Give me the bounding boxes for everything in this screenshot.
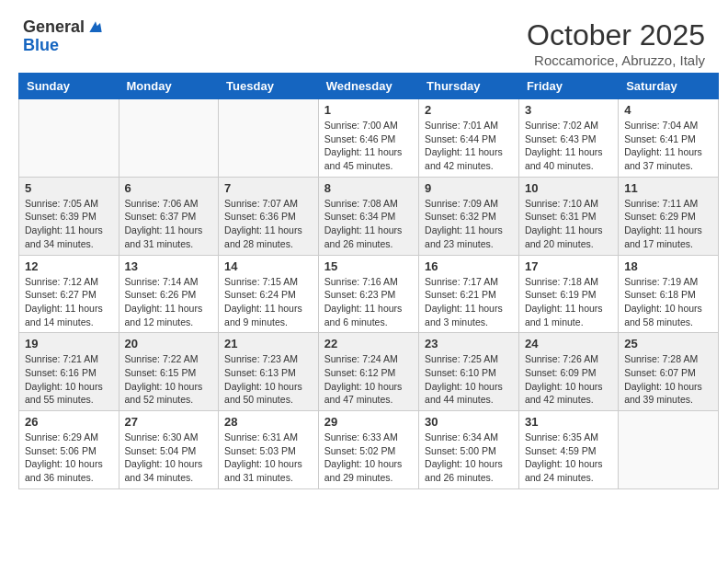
day-info: Sunrise: 6:35 AMSunset: 4:59 PMDaylight:…: [525, 431, 612, 485]
day-number: 27: [125, 415, 213, 429]
calendar-cell: 27Sunrise: 6:30 AMSunset: 5:04 PMDayligh…: [119, 411, 219, 489]
day-number: 16: [425, 259, 513, 273]
calendar-cell: 23Sunrise: 7:25 AMSunset: 6:10 PMDayligh…: [419, 333, 519, 411]
day-info: Sunrise: 7:18 AMSunset: 6:19 PMDaylight:…: [525, 275, 612, 329]
calendar-cell: 20Sunrise: 7:22 AMSunset: 6:15 PMDayligh…: [119, 333, 219, 411]
day-number: 4: [624, 103, 712, 117]
day-info: Sunrise: 7:05 AMSunset: 6:39 PMDaylight:…: [25, 197, 113, 251]
day-info: Sunrise: 6:29 AMSunset: 5:06 PMDaylight:…: [25, 431, 113, 485]
weekday-header: Wednesday: [318, 74, 418, 99]
day-number: 18: [624, 259, 712, 273]
day-info: Sunrise: 7:21 AMSunset: 6:16 PMDaylight:…: [25, 352, 113, 407]
weekday-header: Tuesday: [219, 74, 319, 99]
day-number: 9: [425, 181, 513, 195]
logo-blue: Blue: [23, 36, 59, 54]
day-number: 26: [25, 415, 113, 429]
calendar-cell: 25Sunrise: 7:28 AMSunset: 6:07 PMDayligh…: [619, 333, 719, 411]
day-number: 13: [125, 259, 213, 273]
day-number: 29: [324, 415, 413, 429]
calendar-cell: 7Sunrise: 7:07 AMSunset: 6:36 PMDaylight…: [219, 177, 319, 255]
day-number: 22: [324, 337, 413, 350]
day-info: Sunrise: 6:33 AMSunset: 5:02 PMDaylight:…: [324, 431, 413, 485]
weekday-header: Friday: [518, 74, 618, 99]
day-info: Sunrise: 7:02 AMSunset: 6:43 PMDaylight:…: [525, 119, 612, 173]
day-info: Sunrise: 7:11 AMSunset: 6:29 PMDaylight:…: [624, 197, 712, 251]
logo: General Blue: [23, 18, 105, 55]
day-info: Sunrise: 7:09 AMSunset: 6:32 PMDaylight:…: [425, 197, 513, 251]
calendar-cell: 15Sunrise: 7:16 AMSunset: 6:23 PMDayligh…: [318, 255, 418, 333]
calendar-cell: 14Sunrise: 7:15 AMSunset: 6:24 PMDayligh…: [219, 255, 319, 333]
day-info: Sunrise: 7:19 AMSunset: 6:18 PMDaylight:…: [624, 275, 712, 329]
day-info: Sunrise: 7:06 AMSunset: 6:37 PMDaylight:…: [125, 197, 213, 251]
weekday-header: Saturday: [619, 74, 719, 99]
calendar-cell: 4Sunrise: 7:04 AMSunset: 6:41 PMDaylight…: [619, 99, 719, 178]
calendar-cell: 16Sunrise: 7:17 AMSunset: 6:21 PMDayligh…: [419, 255, 519, 333]
calendar-cell: 19Sunrise: 7:21 AMSunset: 6:16 PMDayligh…: [19, 333, 119, 411]
day-number: 5: [25, 181, 113, 195]
day-info: Sunrise: 6:30 AMSunset: 5:04 PMDaylight:…: [125, 431, 213, 485]
calendar-cell: 29Sunrise: 6:33 AMSunset: 5:02 PMDayligh…: [318, 411, 418, 489]
calendar-cell: 21Sunrise: 7:23 AMSunset: 6:13 PMDayligh…: [219, 333, 319, 411]
calendar-cell: 18Sunrise: 7:19 AMSunset: 6:18 PMDayligh…: [619, 255, 719, 333]
title-block: October 2025 Roccamorice, Abruzzo, Italy: [527, 18, 705, 68]
calendar-cell: 11Sunrise: 7:11 AMSunset: 6:29 PMDayligh…: [619, 177, 719, 255]
day-number: 8: [324, 181, 413, 195]
calendar-cell: 10Sunrise: 7:10 AMSunset: 6:31 PMDayligh…: [518, 177, 618, 255]
day-info: Sunrise: 7:07 AMSunset: 6:36 PMDaylight:…: [224, 197, 313, 251]
day-info: Sunrise: 7:17 AMSunset: 6:21 PMDaylight:…: [425, 275, 513, 329]
calendar-cell: 9Sunrise: 7:09 AMSunset: 6:32 PMDaylight…: [419, 177, 519, 255]
logo-icon: [86, 18, 105, 37]
day-info: Sunrise: 7:01 AMSunset: 6:44 PMDaylight:…: [425, 119, 513, 173]
calendar-cell: 31Sunrise: 6:35 AMSunset: 4:59 PMDayligh…: [518, 411, 618, 489]
day-number: 23: [425, 337, 513, 350]
calendar-cell: [119, 99, 219, 178]
calendar-cell: [619, 411, 719, 489]
day-number: 14: [224, 259, 313, 273]
day-info: Sunrise: 7:14 AMSunset: 6:26 PMDaylight:…: [125, 275, 213, 329]
day-info: Sunrise: 7:08 AMSunset: 6:34 PMDaylight:…: [324, 197, 413, 251]
day-info: Sunrise: 7:22 AMSunset: 6:15 PMDaylight:…: [125, 352, 213, 407]
calendar-cell: 3Sunrise: 7:02 AMSunset: 6:43 PMDaylight…: [518, 99, 618, 178]
day-info: Sunrise: 7:23 AMSunset: 6:13 PMDaylight:…: [224, 352, 313, 407]
weekday-header: Sunday: [19, 74, 119, 99]
day-number: 17: [525, 259, 612, 273]
calendar-cell: 30Sunrise: 6:34 AMSunset: 5:00 PMDayligh…: [419, 411, 519, 489]
day-number: 25: [624, 337, 712, 350]
calendar-cell: 12Sunrise: 7:12 AMSunset: 6:27 PMDayligh…: [19, 255, 119, 333]
calendar-wrapper: SundayMondayTuesdayWednesdayThursdayFrid…: [9, 73, 719, 489]
logo-general: General: [23, 18, 85, 37]
day-info: Sunrise: 7:24 AMSunset: 6:12 PMDaylight:…: [324, 352, 413, 407]
day-info: Sunrise: 7:16 AMSunset: 6:23 PMDaylight:…: [324, 275, 413, 329]
day-number: 24: [525, 337, 612, 350]
day-number: 10: [525, 181, 612, 195]
day-info: Sunrise: 7:26 AMSunset: 6:09 PMDaylight:…: [525, 352, 612, 407]
day-number: 15: [324, 259, 413, 273]
calendar-cell: [219, 99, 319, 178]
calendar-cell: 1Sunrise: 7:00 AMSunset: 6:46 PMDaylight…: [318, 99, 418, 178]
day-number: 1: [324, 103, 413, 117]
day-number: 6: [125, 181, 213, 195]
day-number: 19: [25, 337, 113, 350]
day-info: Sunrise: 7:25 AMSunset: 6:10 PMDaylight:…: [425, 352, 513, 407]
calendar-cell: 24Sunrise: 7:26 AMSunset: 6:09 PMDayligh…: [518, 333, 618, 411]
calendar-table: SundayMondayTuesdayWednesdayThursdayFrid…: [18, 73, 719, 489]
day-info: Sunrise: 7:10 AMSunset: 6:31 PMDaylight:…: [525, 197, 612, 251]
day-info: Sunrise: 7:00 AMSunset: 6:46 PMDaylight:…: [324, 119, 413, 173]
day-info: Sunrise: 7:12 AMSunset: 6:27 PMDaylight:…: [25, 275, 113, 329]
calendar-cell: 8Sunrise: 7:08 AMSunset: 6:34 PMDaylight…: [318, 177, 418, 255]
day-number: 3: [525, 103, 612, 117]
day-number: 7: [224, 181, 313, 195]
day-info: Sunrise: 7:28 AMSunset: 6:07 PMDaylight:…: [624, 352, 712, 407]
location: Roccamorice, Abruzzo, Italy: [527, 52, 705, 68]
calendar-cell: 6Sunrise: 7:06 AMSunset: 6:37 PMDaylight…: [119, 177, 219, 255]
day-number: 11: [624, 181, 712, 195]
calendar-cell: 2Sunrise: 7:01 AMSunset: 6:44 PMDaylight…: [419, 99, 519, 178]
day-number: 12: [25, 259, 113, 273]
calendar-cell: 5Sunrise: 7:05 AMSunset: 6:39 PMDaylight…: [19, 177, 119, 255]
calendar-cell: 22Sunrise: 7:24 AMSunset: 6:12 PMDayligh…: [318, 333, 418, 411]
day-number: 28: [224, 415, 313, 429]
weekday-header: Monday: [119, 74, 219, 99]
day-number: 30: [425, 415, 513, 429]
day-info: Sunrise: 7:04 AMSunset: 6:41 PMDaylight:…: [624, 119, 712, 173]
calendar-cell: 28Sunrise: 6:31 AMSunset: 5:03 PMDayligh…: [219, 411, 319, 489]
